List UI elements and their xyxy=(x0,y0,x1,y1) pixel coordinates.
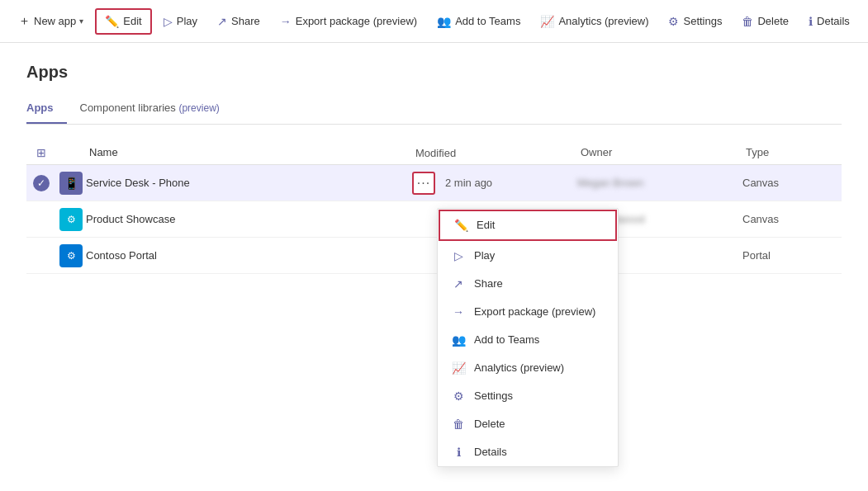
tab-preview-badge: (preview) xyxy=(178,102,219,114)
menu-details-icon: ℹ xyxy=(451,446,466,459)
menu-share-icon: ↗ xyxy=(451,277,466,290)
play-icon: ▷ xyxy=(164,15,173,28)
details-button[interactable]: ℹ Details xyxy=(800,10,858,33)
export-button[interactable]: → Export package (preview) xyxy=(272,10,425,33)
delete-label: Delete xyxy=(757,15,789,27)
share-label: Share xyxy=(231,15,260,27)
apps-table: ⊞ Name Modified Owner Type ✓ 📱 Service D… xyxy=(26,141,842,274)
tab-apps[interactable]: Apps xyxy=(26,95,67,124)
menu-settings-label: Settings xyxy=(474,389,513,402)
menu-item-export[interactable]: → Export package (preview) xyxy=(438,298,618,326)
row-name-1: Service Desk - Phone xyxy=(86,177,412,189)
main-content: Apps Apps Component libraries (preview) … xyxy=(0,43,868,294)
header-icon xyxy=(56,146,86,159)
app-icon-contoso-portal: ⚙ xyxy=(59,244,83,267)
app-icon-product-showcase: ⚙ xyxy=(59,208,83,231)
details-icon: ℹ xyxy=(809,15,813,28)
details-label: Details xyxy=(817,15,850,27)
row-name-3: Contoso Portal xyxy=(86,249,412,262)
tab-component-libraries[interactable]: Component libraries (preview) xyxy=(80,95,233,124)
menu-item-share[interactable]: ↗ Share xyxy=(438,270,618,298)
toolbar: ＋ New app ▾ ✏️ Edit ▷ Play ↗ Share → Exp… xyxy=(0,0,868,43)
edit-label: Edit xyxy=(123,15,141,27)
header-check: ⊞ xyxy=(26,146,56,159)
header-modified: Modified xyxy=(412,146,577,159)
row-type-3: Portal xyxy=(742,249,842,262)
menu-teams-icon: 👥 xyxy=(451,333,466,347)
chevron-down-icon: ▾ xyxy=(79,17,83,26)
row-check-1: ✓ xyxy=(26,175,56,191)
teams-icon: 👥 xyxy=(437,15,451,28)
menu-item-details[interactable]: ℹ Details xyxy=(438,438,618,466)
header-owner: Owner xyxy=(577,146,742,159)
row-ellipsis-button[interactable]: ··· xyxy=(412,172,435,195)
row-icon-3: ⚙ xyxy=(56,244,86,267)
app-icon-service-desk: 📱 xyxy=(59,172,83,195)
plus-icon: ＋ xyxy=(18,13,31,29)
row-type-1: Canvas xyxy=(742,177,842,189)
menu-settings-icon: ⚙ xyxy=(451,389,466,403)
play-button[interactable]: ▷ Play xyxy=(155,10,206,33)
edit-icon: ✏️ xyxy=(105,15,119,28)
analytics-button[interactable]: 📈 Analytics (preview) xyxy=(532,10,657,33)
export-icon: → xyxy=(280,15,292,28)
analytics-icon: 📈 xyxy=(540,15,554,28)
menu-play-label: Play xyxy=(474,249,495,262)
delete-button[interactable]: 🗑 Delete xyxy=(733,10,797,33)
header-name: Name xyxy=(86,146,412,159)
table-row[interactable]: ⚙ Contoso Portal Portal xyxy=(26,238,842,274)
menu-item-edit[interactable]: ✏️ Edit xyxy=(439,210,617,241)
settings-icon: ⚙ xyxy=(668,15,679,28)
tabs-container: Apps Component libraries (preview) xyxy=(26,95,842,125)
edit-button[interactable]: ✏️ Edit xyxy=(95,8,151,35)
add-to-teams-label: Add to Teams xyxy=(455,15,520,27)
add-to-teams-button[interactable]: 👥 Add to Teams xyxy=(429,10,529,33)
row-modified-time-1: 2 min ago xyxy=(445,177,492,189)
menu-export-icon: → xyxy=(451,305,466,319)
menu-play-icon: ▷ xyxy=(451,249,466,262)
table-header: ⊞ Name Modified Owner Type xyxy=(26,141,842,165)
menu-delete-label: Delete xyxy=(474,418,505,430)
menu-analytics-label: Analytics (preview) xyxy=(474,361,564,374)
row-type-2: Canvas xyxy=(742,213,842,225)
settings-label: Settings xyxy=(683,15,722,27)
row-modified-1: ··· 2 min ago ✏️ Edit ▷ Play ↗ Share xyxy=(412,172,577,195)
menu-item-delete[interactable]: 🗑 Delete xyxy=(438,410,618,438)
row-owner-1: Megan Brown xyxy=(577,177,742,189)
new-app-button[interactable]: ＋ New app ▾ xyxy=(10,8,92,34)
table-row[interactable]: ⚙ Product Showcase Will Eastwood Canvas xyxy=(26,201,842,238)
selected-check-icon: ✓ xyxy=(33,175,50,191)
menu-delete-icon: 🗑 xyxy=(451,418,466,431)
menu-edit-icon: ✏️ xyxy=(453,219,468,232)
play-label: Play xyxy=(177,15,197,27)
new-app-label: New app xyxy=(34,15,76,27)
context-menu: ✏️ Edit ▷ Play ↗ Share → Export package … xyxy=(437,208,619,467)
row-name-2: Product Showcase xyxy=(86,213,412,225)
header-type: Type xyxy=(742,146,842,159)
analytics-label: Analytics (preview) xyxy=(558,15,648,27)
menu-details-label: Details xyxy=(474,446,507,458)
menu-export-label: Export package (preview) xyxy=(474,305,595,318)
row-icon-2: ⚙ xyxy=(56,208,86,231)
delete-icon: 🗑 xyxy=(742,15,753,28)
row-icon-1: 📱 xyxy=(56,172,86,195)
menu-item-analytics[interactable]: 📈 Analytics (preview) xyxy=(438,354,618,382)
share-button[interactable]: ↗ Share xyxy=(209,10,268,33)
share-icon: ↗ xyxy=(217,15,227,28)
menu-analytics-icon: 📈 xyxy=(451,361,466,375)
settings-button[interactable]: ⚙ Settings xyxy=(660,10,730,33)
tab-component-libraries-label: Component libraries xyxy=(80,102,179,114)
filter-icon: ⊞ xyxy=(36,146,46,159)
menu-share-label: Share xyxy=(474,277,503,290)
tab-apps-label: Apps xyxy=(26,102,54,114)
menu-item-add-teams[interactable]: 👥 Add to Teams xyxy=(438,326,618,354)
export-label: Export package (preview) xyxy=(296,15,417,27)
table-row[interactable]: ✓ 📱 Service Desk - Phone ··· 2 min ago ✏… xyxy=(26,165,842,201)
menu-item-play[interactable]: ▷ Play xyxy=(438,242,618,270)
menu-item-settings[interactable]: ⚙ Settings xyxy=(438,382,618,410)
page-title: Apps xyxy=(26,63,842,82)
menu-teams-label: Add to Teams xyxy=(474,333,539,346)
menu-edit-label: Edit xyxy=(477,219,495,231)
